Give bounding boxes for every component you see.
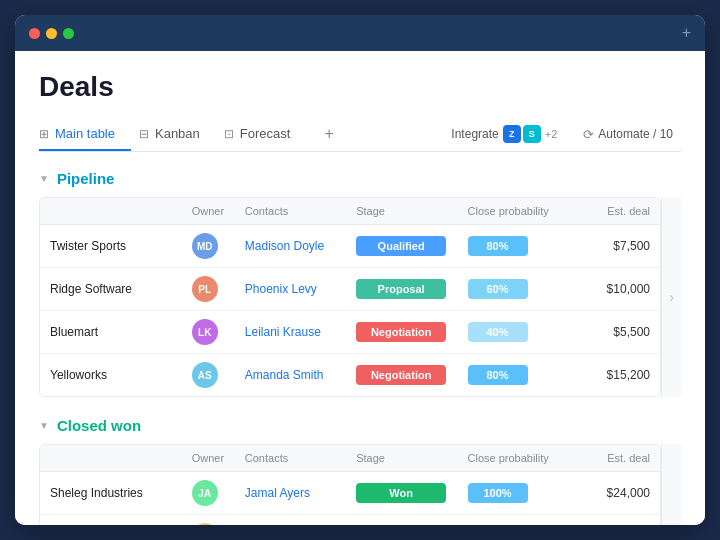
stage-cell: Won bbox=[346, 472, 457, 515]
traffic-lights bbox=[29, 28, 74, 39]
tab-forecast[interactable]: ⊡ Forecast bbox=[224, 118, 307, 151]
table-row: Yelloworks AS Amanda Smith Negotiation 8… bbox=[40, 354, 660, 397]
avatar: AS bbox=[192, 362, 218, 388]
contact-cell: Elian Warren bbox=[235, 515, 346, 526]
col-stage-header: Stage bbox=[346, 198, 457, 225]
tab-main-table[interactable]: ⊞ Main table bbox=[39, 118, 131, 151]
table-row: Ridge Software PL Phoenix Levy Proposal … bbox=[40, 268, 660, 311]
avatar: LK bbox=[192, 319, 218, 345]
stage-cell: Qualified bbox=[346, 225, 457, 268]
est-deal-cell: $5,500 bbox=[579, 311, 660, 354]
pipeline-side-expand[interactable]: › bbox=[661, 197, 681, 397]
deal-name: Bluemart bbox=[40, 311, 182, 354]
pipeline-header: ▼ Pipeline bbox=[39, 170, 681, 191]
stage-cell: Proposal bbox=[346, 268, 457, 311]
kanban-icon: ⊟ bbox=[139, 127, 149, 141]
pipeline-collapse-icon[interactable]: ▼ bbox=[39, 173, 49, 184]
table-row: Sheleg Industries JA Jamal Ayers Won 100… bbox=[40, 472, 660, 515]
stage-badge: Proposal bbox=[356, 279, 446, 299]
integrate-icons: Z S bbox=[503, 125, 541, 143]
close-button[interactable] bbox=[29, 28, 40, 39]
table-row: Twister Sports MD Madison Doyle Qualifie… bbox=[40, 225, 660, 268]
col-est-header: Est. deal bbox=[579, 198, 660, 225]
contact-link[interactable]: Amanda Smith bbox=[245, 368, 324, 382]
stage-badge: Negotiation bbox=[356, 365, 446, 385]
app-window: + Deals ⊞ Main table ⊟ Kanban ⊡ Forecast… bbox=[15, 15, 705, 525]
probability-cell: 100% bbox=[458, 472, 579, 515]
table-row: Zift Records EW Elian Warren Won 100% $4… bbox=[40, 515, 660, 526]
closed-won-table-container: Owner Contacts Stage Close probability E… bbox=[39, 444, 661, 525]
col-contacts-cw-header: Contacts bbox=[235, 445, 346, 472]
col-deal-cw-header bbox=[40, 445, 182, 472]
forecast-icon: ⊡ bbox=[224, 127, 234, 141]
est-deal-cell: $24,000 bbox=[579, 472, 660, 515]
closed-won-section: ▼ Closed won Owner Contacts Stage Close … bbox=[39, 417, 681, 525]
contact-link[interactable]: Jamal Ayers bbox=[245, 486, 310, 500]
contact-cell: Phoenix Levy bbox=[235, 268, 346, 311]
tabs-bar: ⊞ Main table ⊟ Kanban ⊡ Forecast + Integ… bbox=[39, 117, 681, 152]
est-deal-cell: $15,200 bbox=[579, 354, 660, 397]
probability-cell: 80% bbox=[458, 354, 579, 397]
closed-won-collapse-icon[interactable]: ▼ bbox=[39, 420, 49, 431]
contact-link[interactable]: Leilani Krause bbox=[245, 325, 321, 339]
closed-won-table-header: Owner Contacts Stage Close probability E… bbox=[40, 445, 660, 472]
titlebar-plus-icon[interactable]: + bbox=[682, 24, 691, 42]
closed-won-side-expand[interactable]: › bbox=[661, 444, 681, 525]
contact-cell: Leilani Krause bbox=[235, 311, 346, 354]
probability-cell: 100% bbox=[458, 515, 579, 526]
deal-name: Yelloworks bbox=[40, 354, 182, 397]
automate-icon: ⟳ bbox=[583, 127, 594, 142]
probability-cell: 80% bbox=[458, 225, 579, 268]
pipeline-table: Owner Contacts Stage Close probability E… bbox=[40, 198, 660, 396]
col-deal-header bbox=[40, 198, 182, 225]
integrate-label: Integrate bbox=[451, 127, 498, 141]
stage-cell: Negotiation bbox=[346, 311, 457, 354]
avatar: PL bbox=[192, 276, 218, 302]
avatar: JA bbox=[192, 480, 218, 506]
probability-badge: 80% bbox=[468, 236, 528, 256]
integration-icon-1: Z bbox=[503, 125, 521, 143]
avatar: MD bbox=[192, 233, 218, 259]
stage-badge: Negotiation bbox=[356, 322, 446, 342]
contact-link[interactable]: Phoenix Levy bbox=[245, 282, 317, 296]
maximize-button[interactable] bbox=[63, 28, 74, 39]
deal-name: Ridge Software bbox=[40, 268, 182, 311]
owner-cell: AS bbox=[182, 354, 235, 397]
est-deal-cell: $4,000 bbox=[579, 515, 660, 526]
minimize-button[interactable] bbox=[46, 28, 57, 39]
pipeline-title: Pipeline bbox=[57, 170, 115, 187]
closed-won-title: Closed won bbox=[57, 417, 141, 434]
integrate-count: +2 bbox=[545, 128, 558, 140]
stage-cell: Won bbox=[346, 515, 457, 526]
col-stage-cw-header: Stage bbox=[346, 445, 457, 472]
contact-cell: Jamal Ayers bbox=[235, 472, 346, 515]
titlebar: + bbox=[15, 15, 705, 51]
tab-actions: Integrate Z S +2 ⟳ Automate / 10 bbox=[443, 121, 681, 147]
automate-label: Automate / 10 bbox=[598, 127, 673, 141]
pipeline-table-wrap: Owner Contacts Stage Close probability E… bbox=[39, 197, 681, 397]
contact-cell: Madison Doyle bbox=[235, 225, 346, 268]
closed-won-header: ▼ Closed won bbox=[39, 417, 681, 438]
est-deal-cell: $10,000 bbox=[579, 268, 660, 311]
owner-cell: PL bbox=[182, 268, 235, 311]
owner-cell: MD bbox=[182, 225, 235, 268]
stage-badge: Won bbox=[356, 483, 446, 503]
col-contacts-header: Contacts bbox=[235, 198, 346, 225]
pipeline-table-header: Owner Contacts Stage Close probability E… bbox=[40, 198, 660, 225]
automate-button[interactable]: ⟳ Automate / 10 bbox=[575, 123, 681, 146]
pipeline-table-container: Owner Contacts Stage Close probability E… bbox=[39, 197, 661, 397]
col-prob-cw-header: Close probability bbox=[458, 445, 579, 472]
probability-badge: 100% bbox=[468, 483, 528, 503]
add-tab-button[interactable]: + bbox=[314, 117, 343, 151]
tab-kanban[interactable]: ⊟ Kanban bbox=[139, 118, 216, 151]
integrate-button[interactable]: Integrate Z S +2 bbox=[443, 121, 565, 147]
probability-badge: 40% bbox=[468, 322, 528, 342]
deal-name: Sheleg Industries bbox=[40, 472, 182, 515]
col-est-cw-header: Est. deal bbox=[579, 445, 660, 472]
stage-badge: Qualified bbox=[356, 236, 446, 256]
probability-badge: 80% bbox=[468, 365, 528, 385]
contact-link[interactable]: Madison Doyle bbox=[245, 239, 324, 253]
est-deal-cell: $7,500 bbox=[579, 225, 660, 268]
deal-name: Twister Sports bbox=[40, 225, 182, 268]
probability-cell: 60% bbox=[458, 268, 579, 311]
